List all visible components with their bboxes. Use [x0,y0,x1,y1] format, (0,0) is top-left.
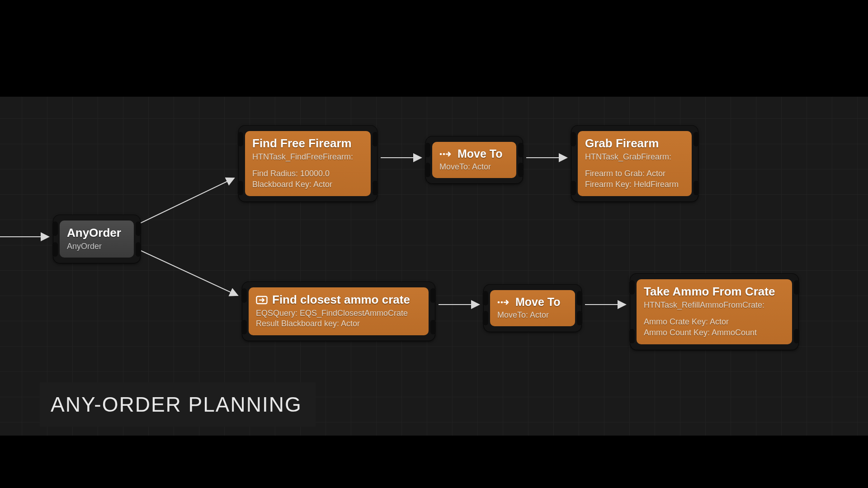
letterbox-top [0,0,868,97]
stage: AnyOrder AnyOrder Find Free Firearm HTNT… [0,0,868,488]
svg-point-3 [498,301,500,303]
node-anyorder[interactable]: AnyOrder AnyOrder [53,215,140,263]
slide-caption: ANY-ORDER PLANNING [40,382,316,427]
node-param: Firearm to Grab: Actor [585,168,684,179]
svg-point-1 [443,153,445,155]
node-param: Result Blackboard key: Actor [256,318,421,329]
node-title: Move To [439,147,509,160]
node-subtitle: MoveTo: Actor [497,310,568,320]
node-subtitle: HTNTask_GrabFirearm: [585,152,684,162]
node-subtitle: AnyOrder [67,242,127,251]
node-title: Find closest ammo crate [256,293,421,307]
letterbox-bottom [0,436,868,488]
node-subtitle: HTNTask_RefillAmmoFromCrate: [644,300,785,310]
node-title: Find Free Firearm [252,136,363,150]
node-subtitle: HTNTask_FindFreeFirearm: [252,152,363,162]
node-param: Blackboard Key: Actor [252,179,363,190]
node-param: Ammo Count Key: AmmoCount [644,327,785,338]
node-grab-firearm[interactable]: Grab Firearm HTNTask_GrabFirearm: Firear… [571,126,698,202]
node-param: Firearm Key: HeldFirearm [585,179,684,190]
node-find-free-firearm[interactable]: Find Free Firearm HTNTask_FindFreeFirear… [239,126,377,202]
eqs-icon [256,295,268,305]
node-title: Take Ammo From Crate [644,285,785,299]
node-title-text: Move To [515,296,561,309]
node-param: Ammo Crate Key: Actor [644,316,785,327]
node-title: Grab Firearm [585,136,684,150]
node-find-closest-ammo-crate[interactable]: Find closest ammo crate EQSQuery: EQS_Fi… [242,282,435,341]
dots-arrow-icon [497,298,511,306]
node-move-to-1[interactable]: Move To MoveTo: Actor [426,136,523,183]
edge-anyorder-findammo [140,250,238,296]
edge-anyorder-findfirearm [140,178,234,223]
node-title: AnyOrder [67,226,127,240]
node-title: Move To [497,296,568,309]
node-title-text: Move To [458,147,503,160]
node-subtitle: EQSQuery: EQS_FindClosestAmmoCrate [256,309,421,318]
dots-arrow-icon [439,150,453,158]
node-param: Find Radius: 10000.0 [252,168,363,179]
node-take-ammo-from-crate[interactable]: Take Ammo From Crate HTNTask_RefillAmmoF… [630,274,798,350]
node-subtitle: MoveTo: Actor [439,162,509,172]
node-title-text: Find closest ammo crate [272,293,410,307]
svg-point-0 [440,153,442,155]
node-move-to-2[interactable]: Move To MoveTo: Actor [484,285,581,332]
svg-point-4 [501,301,503,303]
